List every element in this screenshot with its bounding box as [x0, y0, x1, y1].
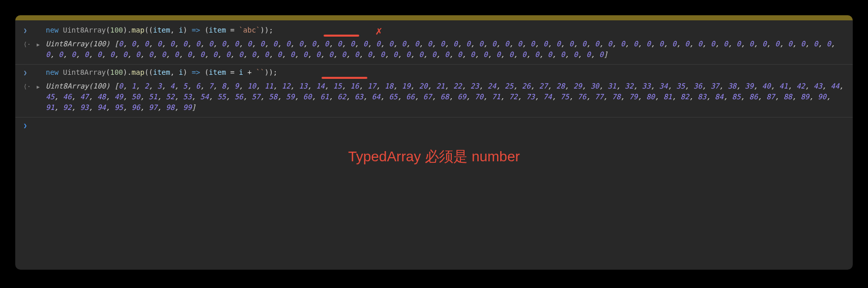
array-value: 0: [247, 40, 251, 48]
console-output-row[interactable]: ⟨·▶Uint8Array(100) [0, 0, 0, 0, 0, 0, 0,…: [15, 37, 853, 65]
array-value: 0: [415, 40, 419, 48]
array-value: 0: [505, 40, 509, 48]
console-input-row[interactable]: ❯ new Uint8Array(100).map((item, i) => (…: [15, 23, 853, 37]
array-value: 56: [235, 93, 243, 101]
array-value: 0: [59, 50, 63, 59]
array-value: 14: [316, 82, 325, 90]
output-arrow-icon: ⟨·: [23, 40, 34, 49]
array-value: 61: [321, 93, 329, 101]
array-value: 83: [698, 93, 706, 101]
array-value: 40: [762, 82, 771, 90]
array-value: 8: [222, 82, 226, 90]
array-value: 0: [196, 40, 200, 48]
array-value: 0: [775, 40, 779, 48]
array-value: 60: [303, 93, 312, 101]
array-value: 59: [286, 93, 295, 101]
array-value: 0: [573, 50, 577, 59]
input-arrow-icon: ❯: [23, 68, 34, 77]
input-arrow-icon: ❯: [23, 26, 34, 35]
array-value: 28: [556, 82, 565, 90]
array-value: 50: [132, 93, 140, 101]
console-input-row[interactable]: ❯ new Uint8Array(100).map((item, i) => (…: [15, 66, 853, 79]
array-value: 4: [170, 82, 174, 90]
console-prompt-row[interactable]: ❯: [15, 119, 853, 132]
array-value: 0: [329, 50, 333, 59]
array-value: 0: [312, 40, 316, 48]
array-value: 17: [367, 82, 376, 90]
expand-triangle-icon[interactable]: ▶: [37, 41, 44, 48]
array-value: 73: [526, 93, 535, 101]
array-value: 78: [612, 93, 621, 101]
array-value: 29: [573, 82, 582, 90]
array-value: 13: [299, 82, 307, 90]
array-value: 0: [123, 50, 127, 59]
array-value: 0: [509, 50, 513, 59]
array-value: 0: [119, 82, 123, 90]
array-value: 0: [261, 40, 265, 48]
array-value: 0: [646, 40, 650, 48]
array-value: 1: [132, 82, 136, 90]
array-value: 90: [818, 93, 826, 101]
array-value: 0: [381, 50, 385, 59]
array-value: 77: [595, 93, 603, 101]
array-value: 16: [351, 82, 359, 90]
array-value: 85: [732, 93, 741, 101]
array-value: 0: [441, 40, 445, 48]
array-value: 0: [97, 50, 101, 59]
array-value: 0: [162, 50, 166, 59]
array-value: 0: [737, 40, 741, 48]
array-value: 84: [715, 93, 724, 101]
array-value: 71: [492, 93, 501, 101]
array-value: 36: [693, 82, 702, 90]
array-value: 0: [483, 50, 487, 59]
array-value: 0: [342, 50, 346, 59]
array-value: 0: [586, 50, 590, 59]
console-body[interactable]: ❯ new Uint8Array(100).map((item, i) => (…: [15, 20, 853, 169]
array-value: 0: [496, 50, 500, 59]
console-output-row[interactable]: ⟨·▶Uint8Array(100) [0, 1, 2, 3, 4, 5, 6,…: [15, 79, 853, 118]
array-value: 30: [591, 82, 599, 90]
array-value: 63: [355, 93, 363, 101]
array-value: 0: [402, 40, 406, 48]
array-value: 0: [762, 40, 766, 48]
code-line[interactable]: new Uint8Array(100).map((item, i) => (it…: [46, 67, 845, 78]
array-value: 51: [149, 93, 157, 101]
array-value: 0: [291, 50, 295, 59]
array-value: 0: [239, 50, 243, 59]
output-arrow-icon: ⟨·: [23, 82, 34, 91]
array-value: 0: [659, 40, 663, 48]
array-value: 0: [222, 40, 226, 48]
output-content[interactable]: Uint8Array(100) [0, 1, 2, 3, 4, 5, 6, 7,…: [46, 81, 845, 113]
output-content[interactable]: Uint8Array(100) [0, 0, 0, 0, 0, 0, 0, 0,…: [46, 39, 845, 60]
array-value: 0: [110, 50, 114, 59]
array-value: 0: [535, 50, 539, 59]
array-value: 0: [226, 50, 230, 59]
array-value: 0: [466, 40, 470, 48]
array-value: 24: [487, 82, 496, 90]
array-value: 82: [681, 93, 689, 101]
array-value: 0: [419, 50, 423, 59]
array-value: 0: [724, 40, 728, 48]
array-value: 31: [607, 82, 616, 90]
array-value: 0: [672, 40, 676, 48]
array-value: 95: [114, 103, 123, 111]
expand-triangle-icon[interactable]: ▶: [37, 83, 44, 91]
array-value: 92: [63, 103, 72, 111]
array-value: 58: [269, 93, 277, 101]
array-value: 0: [548, 50, 552, 59]
array-value: 70: [475, 93, 483, 101]
array-value: 48: [97, 93, 106, 101]
array-value: 88: [784, 93, 792, 101]
array-value: 0: [698, 40, 702, 48]
array-value: 0: [149, 50, 153, 59]
array-value: 44: [831, 82, 840, 90]
code-line[interactable]: new Uint8Array(100).map((item, i) => (it…: [46, 25, 845, 36]
array-value: 12: [282, 82, 291, 90]
array-value: 0: [183, 40, 187, 48]
array-value: 72: [509, 93, 517, 101]
array-value: 91: [46, 103, 54, 111]
annotation-underline: [322, 77, 367, 79]
array-value: 33: [642, 82, 651, 90]
array-value: 99: [183, 103, 192, 111]
array-value: 20: [419, 82, 427, 90]
